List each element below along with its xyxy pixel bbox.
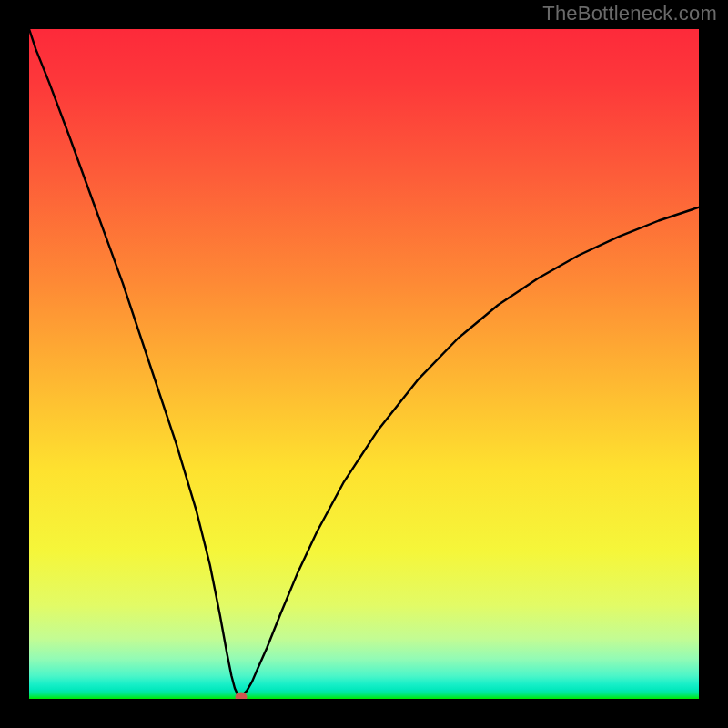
optimal-point-marker [235,692,247,699]
chart-frame: TheBottleneck.com [0,0,728,728]
watermark-text: TheBottleneck.com [542,2,717,25]
bottleneck-curve [29,29,699,699]
plot-area [29,29,699,699]
